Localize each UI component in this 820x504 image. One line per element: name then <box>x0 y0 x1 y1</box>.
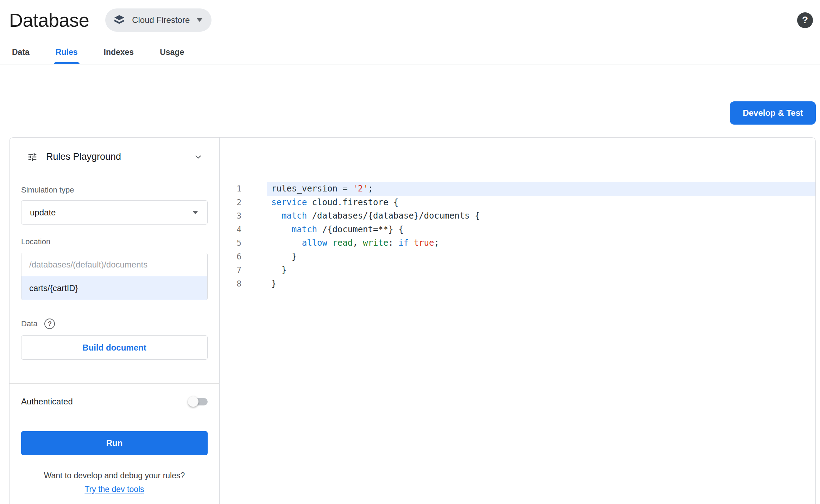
authenticated-label: Authenticated <box>21 397 73 407</box>
simulation-type-value: update <box>30 208 56 218</box>
code-token: read <box>332 238 353 248</box>
code-token <box>409 238 414 248</box>
line-number: 2 <box>220 196 267 209</box>
toggle-thumb <box>188 396 198 407</box>
code-token: : <box>388 238 398 248</box>
code-token: ; <box>368 184 373 194</box>
playground-title: Rules Playground <box>46 151 121 162</box>
code-token: write <box>363 238 388 248</box>
code-token <box>327 238 332 248</box>
code-token: /databases/{database}/documents { <box>307 211 480 221</box>
run-button[interactable]: Run <box>21 431 208 455</box>
page-title: Database <box>9 9 89 31</box>
line-number: 3 <box>220 209 267 223</box>
code-line[interactable]: match /{document=**} { <box>267 223 815 237</box>
code-token: true <box>414 238 434 248</box>
playground-body: Simulation type update Location Data ? B… <box>10 176 219 494</box>
dev-tools-hint-text: Want to develop and debug your rules? <box>21 471 208 480</box>
code-line[interactable]: rules_version = '2'; <box>267 182 815 196</box>
code-line[interactable]: } <box>267 250 815 264</box>
product-selector-label: Cloud Firestore <box>132 15 190 25</box>
tab-bar: Data Rules Indexes Usage <box>0 40 820 64</box>
code-token: ' <box>363 184 368 194</box>
editor-body: 12345678 rules_version = '2';service clo… <box>220 176 815 504</box>
line-number: 1 <box>220 182 267 196</box>
product-selector[interactable]: Cloud Firestore <box>105 8 212 32</box>
line-number: 8 <box>220 277 267 291</box>
location-prefix-input[interactable] <box>21 253 207 276</box>
code-token: ; <box>434 238 439 248</box>
playground-header[interactable]: Rules Playground <box>10 138 219 176</box>
code-token: } <box>271 252 297 262</box>
authenticated-toggle[interactable] <box>189 396 208 407</box>
location-label: Location <box>21 237 208 246</box>
rules-playground-sidebar: Rules Playground Simulation type update … <box>10 138 220 504</box>
code-line[interactable]: allow read, write: if true; <box>267 236 815 250</box>
location-path-input[interactable] <box>21 276 207 300</box>
develop-test-button[interactable]: Develop & Test <box>730 101 816 125</box>
code-line[interactable]: } <box>267 277 815 291</box>
playground-footer: Want to develop and debug your rules? Tr… <box>21 471 208 494</box>
code-token: cloud.firestore { <box>307 197 398 207</box>
rules-panel: Rules Playground Simulation type update … <box>9 137 816 504</box>
code-token: rules_version = <box>271 184 353 194</box>
tab-data[interactable]: Data <box>10 40 31 64</box>
code-line[interactable]: match /databases/{database}/documents { <box>267 209 815 223</box>
tune-icon <box>27 152 38 162</box>
code-token: allow <box>302 238 327 248</box>
tab-rules[interactable]: Rules <box>54 40 80 64</box>
code-lines[interactable]: rules_version = '2';service cloud.firest… <box>267 176 815 504</box>
line-number: 5 <box>220 236 267 250</box>
code-token: 2 <box>358 184 363 194</box>
code-token: ' <box>353 184 358 194</box>
code-token: /{document=**} { <box>317 225 404 234</box>
dev-tools-link[interactable]: Try the dev tools <box>84 485 144 494</box>
code-token: match <box>282 211 307 221</box>
line-number: 6 <box>220 250 267 264</box>
data-label: Data <box>21 319 37 328</box>
code-line[interactable]: } <box>267 263 815 277</box>
tab-indexes[interactable]: Indexes <box>102 40 136 64</box>
rules-code-editor: 12345678 rules_version = '2';service clo… <box>220 138 815 504</box>
code-token: } <box>271 265 286 275</box>
code-token: match <box>292 225 317 234</box>
simulation-type-select[interactable]: update <box>21 200 208 225</box>
code-token: , <box>353 238 363 248</box>
chevron-down-icon <box>193 211 198 214</box>
line-number: 4 <box>220 223 267 237</box>
help-icon[interactable]: ? <box>797 12 813 28</box>
line-number: 7 <box>220 263 267 277</box>
help-outline-icon[interactable]: ? <box>44 319 55 329</box>
build-document-button[interactable]: Build document <box>21 335 208 360</box>
tab-usage[interactable]: Usage <box>158 40 186 64</box>
code-token: } <box>271 279 276 289</box>
line-numbers: 12345678 <box>220 176 267 504</box>
authenticated-row: Authenticated <box>21 393 208 409</box>
code-token <box>271 238 302 248</box>
firestore-icon <box>113 14 126 26</box>
location-group <box>21 253 208 300</box>
simulation-type-label: Simulation type <box>21 185 208 195</box>
code-token <box>271 225 292 234</box>
chevron-down-icon[interactable] <box>193 152 203 162</box>
code-token <box>271 211 282 221</box>
chevron-down-icon <box>197 18 202 22</box>
code-token: if <box>398 238 409 248</box>
firestore-rules-page: Database Cloud Firestore ? Data Rules In… <box>0 0 820 504</box>
top-bar: Database Cloud Firestore ? <box>0 0 820 40</box>
data-section-row: Data ? <box>21 319 208 329</box>
code-token: service <box>271 197 307 207</box>
authenticated-section: Authenticated Run Want to develop and de… <box>10 383 219 494</box>
editor-toolbar <box>220 138 815 176</box>
code-line[interactable]: service cloud.firestore { <box>267 196 815 209</box>
